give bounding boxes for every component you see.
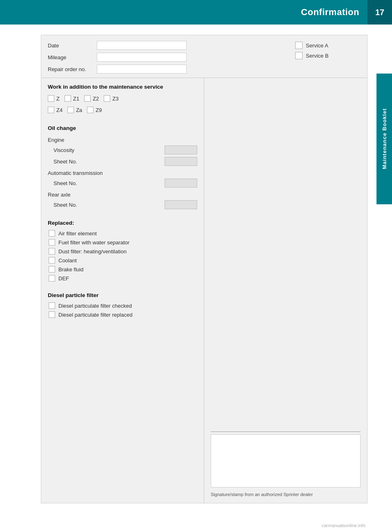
date-label: Date: [48, 42, 93, 49]
side-tab-label: Maintenance Booklet: [381, 108, 388, 169]
replaced-item-5: DEF: [48, 275, 197, 282]
date-row: Date: [48, 41, 287, 50]
z-checkbox-Z[interactable]: [48, 95, 54, 102]
repair-order-input[interactable]: [97, 65, 187, 74]
replaced-label-4: Brake fluid: [58, 266, 83, 273]
oil-change-title: Oil change: [48, 125, 197, 131]
signature-area: Signature/stamp from an authorized Sprin…: [211, 431, 361, 497]
diesel-checkbox-0[interactable]: [49, 302, 55, 309]
replaced-item-1: Fuel filter with water separator: [48, 239, 197, 246]
z-item-Z3: Z3: [104, 95, 118, 102]
z-checkbox-Z3[interactable]: [104, 95, 110, 102]
z-item-Za: Za: [67, 107, 82, 113]
service-b-row: Service B: [295, 52, 361, 59]
z-row-2: Z4 Za Z9: [48, 107, 197, 113]
z-checkbox-Z4[interactable]: [48, 107, 54, 113]
service-checkboxes: Service A Service B: [295, 41, 361, 74]
service-a-label: Service A: [306, 42, 328, 49]
right-column: Signature/stamp from an authorized Sprin…: [204, 78, 367, 503]
viscosity-label: Viscosity: [53, 147, 160, 153]
rear-sheet-label: Sheet No.: [53, 202, 160, 208]
z-checkbox-Z2[interactable]: [84, 95, 91, 102]
z-item-Z: Z: [48, 95, 60, 102]
viscosity-row: Viscosity: [48, 145, 197, 154]
replaced-checkbox-1[interactable]: [49, 239, 55, 246]
diesel-label-0: Diesel particulate filter checked: [58, 303, 132, 309]
left-column: Work in addition to the maintenance serv…: [41, 78, 204, 503]
spacer-2: [48, 212, 197, 215]
watermark: carmanualsonline.info: [322, 523, 365, 528]
main-content: Date Mileage Repair order no. Service A: [41, 35, 368, 516]
replaced-checkbox-0[interactable]: [49, 230, 55, 237]
z-row-1: Z Z1 Z2 Z3: [48, 95, 197, 102]
replaced-checkbox-3[interactable]: [49, 257, 55, 264]
body-section: Work in addition to the maintenance serv…: [41, 78, 367, 503]
replaced-checkbox-2[interactable]: [49, 248, 55, 255]
date-input[interactable]: [97, 41, 187, 50]
side-tab: Maintenance Booklet: [376, 74, 392, 204]
mileage-row: Mileage: [48, 53, 287, 62]
z-item-Z2: Z2: [84, 95, 99, 102]
viscosity-input[interactable]: [165, 145, 197, 154]
replaced-item-3: Coolant: [48, 257, 197, 264]
service-b-checkbox[interactable]: [295, 52, 303, 59]
signature-text: Signature/stamp from an authorized Sprin…: [211, 492, 313, 497]
work-section-title: Work in addition to the maintenance serv…: [48, 84, 197, 90]
repair-order-row: Repair order no.: [48, 65, 287, 74]
service-a-row: Service A: [295, 42, 361, 49]
diesel-filter-title: Diesel particle filter: [48, 292, 197, 298]
spacer-3: [48, 284, 197, 287]
rear-axle-label: Rear axle: [48, 192, 197, 198]
z-checkbox-Za[interactable]: [67, 107, 74, 113]
replaced-label-3: Coolant: [58, 257, 77, 264]
rear-sheet-row: Sheet No.: [48, 200, 197, 209]
auto-sheet-row: Sheet No.: [48, 179, 197, 188]
header-bar: Confirmation: [0, 0, 392, 25]
auto-sheet-input[interactable]: [165, 179, 197, 188]
diesel-label-1: Diesel particulate filter replaced: [58, 312, 132, 318]
rear-sheet-input[interactable]: [165, 200, 197, 209]
mileage-input[interactable]: [97, 53, 187, 62]
page-title: Confirmation: [301, 7, 359, 18]
service-a-checkbox[interactable]: [295, 42, 303, 49]
right-spacer: [211, 84, 361, 431]
z-item-Z1: Z1: [65, 95, 79, 102]
engine-label: Engine: [48, 137, 197, 143]
engine-sheet-input[interactable]: [165, 157, 197, 166]
form-box: Date Mileage Repair order no. Service A: [41, 35, 368, 503]
replaced-item-0: Air filter element: [48, 230, 197, 237]
auto-trans-label: Automatic transmission: [48, 170, 197, 176]
diesel-checkbox-1[interactable]: [49, 311, 55, 318]
z-checkbox-Z9[interactable]: [87, 107, 94, 113]
z-item-Z4: Z4: [48, 107, 62, 113]
diesel-item-1: Diesel particulate filter replaced: [48, 311, 197, 318]
replaced-label-0: Air filter element: [58, 230, 97, 237]
diesel-item-0: Diesel particulate filter checked: [48, 302, 197, 309]
replaced-checkbox-5[interactable]: [49, 275, 55, 282]
replaced-checkbox-4[interactable]: [49, 266, 55, 273]
replaced-item-4: Brake fluid: [48, 266, 197, 273]
z-checkbox-Z1[interactable]: [65, 95, 71, 102]
mileage-label: Mileage: [48, 54, 93, 60]
left-fields: Date Mileage Repair order no.: [48, 41, 287, 74]
engine-sheet-row: Sheet No.: [48, 157, 197, 166]
replaced-label-1: Fuel filter with water separator: [58, 239, 129, 246]
engine-sheet-label: Sheet No.: [53, 159, 160, 165]
replaced-item-2: Dust filter: heating/ventilation: [48, 248, 197, 255]
top-section: Date Mileage Repair order no. Service A: [41, 35, 367, 78]
repair-order-label: Repair order no.: [48, 66, 93, 72]
z-item-Z9: Z9: [87, 107, 102, 113]
signature-box[interactable]: [211, 434, 361, 487]
replaced-label-2: Dust filter: heating/ventilation: [58, 248, 127, 255]
spacer-1: [48, 117, 197, 120]
auto-sheet-label: Sheet No.: [53, 180, 160, 186]
replaced-label-5: DEF: [58, 275, 69, 282]
replaced-title: Replaced:: [48, 220, 197, 226]
page-number: 17: [368, 0, 392, 25]
service-b-label: Service B: [306, 53, 329, 59]
